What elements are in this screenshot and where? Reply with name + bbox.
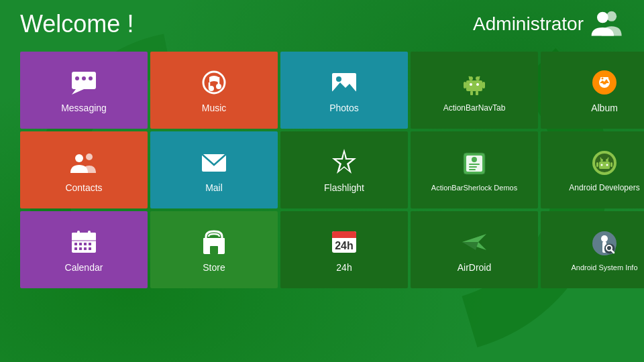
svg-point-20 — [470, 83, 472, 86]
photos-icon — [329, 68, 359, 97]
photos-label: Photos — [329, 103, 359, 113]
svg-point-78 — [601, 235, 608, 242]
actionsherlock-label: ActionBarSherlock Demos — [429, 184, 520, 192]
svg-rect-60 — [84, 243, 87, 245]
tile-album[interactable]: Album — [541, 52, 644, 129]
svg-rect-56 — [72, 237, 96, 239]
admin-label: Administrator — [473, 13, 584, 35]
svg-rect-63 — [79, 247, 82, 250]
calendar-icon — [69, 227, 99, 257]
actionsherlock-icon — [460, 149, 489, 178]
svg-rect-65 — [89, 247, 91, 250]
svg-point-1 — [597, 12, 608, 23]
album-label: Album — [591, 103, 618, 113]
store-label: Store — [203, 262, 225, 273]
app-grid: Messaging Music Photos — [0, 52, 644, 288]
svg-point-51 — [606, 164, 608, 166]
svg-rect-6 — [89, 76, 93, 80]
tile-photos[interactable]: Photos — [280, 52, 408, 129]
tile-messaging[interactable]: Messaging — [20, 52, 148, 129]
actionbarnav-label: ActionBarNavTab — [443, 103, 506, 113]
tile-contacts[interactable]: Contacts — [20, 131, 148, 208]
24h-label: 24h — [336, 262, 352, 273]
tile-androidsysteminfo[interactable]: Android System Info — [541, 211, 644, 288]
music-icon — [199, 68, 229, 97]
androiddevelopers-label: Android Developers — [569, 183, 639, 192]
svg-marker-76 — [462, 242, 478, 250]
svg-rect-69 — [203, 238, 225, 242]
24h-icon: 24h — [329, 227, 359, 257]
app-header: Welcome ! Administrator — [0, 0, 644, 48]
svg-point-32 — [75, 154, 83, 162]
airdroid-icon — [460, 227, 489, 257]
tile-androiddevelopers[interactable]: Android Developers — [541, 131, 644, 208]
svg-rect-25 — [476, 91, 478, 95]
mail-label: Mail — [205, 182, 223, 193]
svg-rect-59 — [79, 243, 82, 245]
svg-rect-62 — [74, 247, 77, 250]
androidsysteminfo-icon — [590, 229, 619, 258]
messaging-label: Messaging — [61, 103, 107, 113]
svg-rect-52 — [596, 162, 598, 167]
svg-rect-15 — [466, 80, 482, 91]
contacts-icon — [69, 147, 99, 177]
svg-rect-64 — [84, 247, 87, 250]
svg-rect-45 — [599, 162, 610, 169]
messaging-icon — [69, 68, 99, 97]
svg-point-50 — [601, 164, 603, 166]
svg-point-39 — [472, 157, 477, 162]
album-icon — [590, 68, 619, 97]
tile-flashlight[interactable]: Flashlight — [280, 131, 408, 208]
svg-rect-61 — [89, 243, 91, 245]
store-icon — [199, 227, 229, 257]
svg-rect-66 — [77, 231, 80, 236]
contacts-label: Contacts — [65, 182, 102, 193]
svg-rect-53 — [610, 162, 612, 167]
tile-music[interactable]: Music — [150, 52, 278, 129]
svg-rect-73 — [332, 235, 356, 238]
tile-calendar[interactable]: Calendar — [20, 211, 148, 288]
tile-actionsherlock[interactable]: ActionBarSherlock Demos — [411, 131, 538, 208]
svg-point-13 — [336, 76, 341, 82]
music-label: Music — [202, 103, 227, 113]
flashlight-icon — [329, 147, 359, 177]
svg-point-21 — [476, 83, 479, 86]
tile-airdroid[interactable]: AirDroid — [411, 211, 538, 288]
svg-rect-5 — [82, 76, 86, 80]
svg-rect-41 — [469, 166, 477, 168]
tile-store[interactable]: Store — [150, 211, 278, 288]
tile-24h[interactable]: 24h 24h — [280, 211, 408, 288]
flashlight-label: Flashlight — [324, 182, 364, 193]
svg-rect-40 — [469, 164, 480, 165]
actionbarnav-icon — [460, 68, 489, 98]
androiddevelopers-icon — [590, 148, 619, 178]
svg-rect-23 — [482, 82, 485, 88]
svg-rect-24 — [470, 91, 473, 95]
svg-point-30 — [602, 77, 604, 79]
svg-rect-42 — [469, 169, 476, 170]
svg-point-7 — [203, 72, 225, 93]
svg-rect-67 — [88, 231, 91, 236]
mail-icon — [199, 147, 229, 177]
svg-point-33 — [86, 154, 93, 160]
user-info: Administrator — [473, 11, 624, 38]
svg-text:24h: 24h — [335, 240, 354, 251]
androidsysteminfo-label: Android System Info — [568, 263, 640, 272]
svg-marker-3 — [72, 89, 84, 95]
airdroid-label: AirDroid — [458, 262, 492, 273]
svg-rect-58 — [74, 243, 77, 245]
welcome-title: Welcome ! — [20, 10, 133, 38]
tile-actionbarnav[interactable]: ActionBarNavTab — [411, 52, 538, 129]
calendar-label: Calendar — [65, 262, 103, 273]
svg-rect-70 — [210, 246, 218, 254]
user-avatar-icon — [590, 11, 624, 38]
tile-mail[interactable]: Mail — [150, 131, 278, 208]
svg-rect-22 — [464, 82, 466, 88]
svg-rect-4 — [75, 76, 79, 80]
